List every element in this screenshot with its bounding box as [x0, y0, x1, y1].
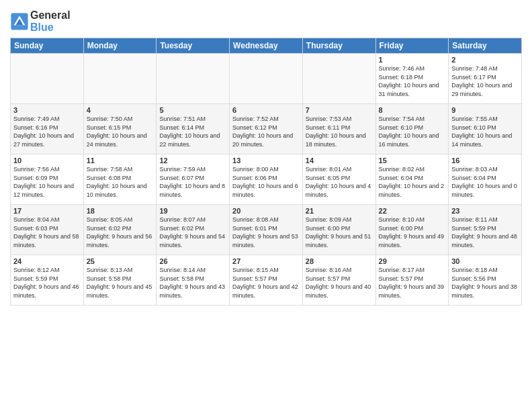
- day-number: 4: [87, 106, 154, 114]
- calendar-cell: [302, 54, 375, 104]
- day-info: Sunrise: 7:48 AM Sunset: 6:17 PM Dayligh…: [451, 64, 519, 98]
- day-info: Sunrise: 8:07 AM Sunset: 6:02 PM Dayligh…: [159, 216, 226, 249]
- day-info: Sunrise: 7:52 AM Sunset: 6:12 PM Dayligh…: [232, 115, 300, 148]
- calendar-cell: 18Sunrise: 8:05 AM Sunset: 6:02 PM Dayli…: [83, 205, 157, 255]
- calendar-week-2: 3Sunrise: 7:49 AM Sunset: 6:16 PM Daylig…: [11, 104, 522, 154]
- calendar-week-4: 17Sunrise: 8:04 AM Sunset: 6:03 PM Dayli…: [11, 205, 522, 255]
- logo-icon: [10, 12, 29, 31]
- day-number: 14: [306, 156, 373, 165]
- day-number: 15: [379, 156, 446, 165]
- day-number: 19: [159, 207, 226, 215]
- day-info: Sunrise: 8:16 AM Sunset: 5:57 PM Dayligh…: [306, 266, 373, 300]
- calendar-cell: [157, 54, 230, 104]
- day-number: 13: [232, 156, 300, 165]
- day-info: Sunrise: 7:51 AM Sunset: 6:14 PM Dayligh…: [159, 115, 226, 148]
- calendar-cell: 2Sunrise: 7:48 AM Sunset: 6:17 PM Daylig…: [449, 54, 522, 104]
- header: General Blue: [10, 7, 522, 34]
- day-number: 5: [159, 106, 226, 114]
- calendar-cell: [83, 54, 157, 104]
- day-number: 7: [306, 106, 373, 114]
- day-number: 9: [451, 106, 519, 114]
- calendar-cell: 13Sunrise: 8:00 AM Sunset: 6:06 PM Dayli…: [230, 154, 303, 205]
- calendar-cell: 6Sunrise: 7:52 AM Sunset: 6:12 PM Daylig…: [230, 104, 303, 154]
- day-info: Sunrise: 8:18 AM Sunset: 5:56 PM Dayligh…: [451, 266, 519, 300]
- calendar-cell: 20Sunrise: 8:08 AM Sunset: 6:01 PM Dayli…: [230, 205, 303, 255]
- day-info: Sunrise: 7:55 AM Sunset: 6:10 PM Dayligh…: [451, 115, 519, 148]
- day-info: Sunrise: 8:00 AM Sunset: 6:06 PM Dayligh…: [232, 165, 300, 199]
- calendar-header-saturday: Saturday: [449, 38, 522, 54]
- logo-text: General Blue: [30, 9, 71, 34]
- calendar-cell: [11, 54, 84, 104]
- day-info: Sunrise: 7:56 AM Sunset: 6:09 PM Dayligh…: [13, 165, 81, 199]
- day-number: 24: [13, 257, 81, 265]
- page: General Blue SundayMondayTuesdayWednesda…: [0, 0, 532, 411]
- calendar-header-thursday: Thursday: [302, 38, 375, 54]
- calendar-cell: 28Sunrise: 8:16 AM Sunset: 5:57 PM Dayli…: [302, 255, 375, 306]
- day-info: Sunrise: 8:17 AM Sunset: 5:57 PM Dayligh…: [379, 266, 446, 300]
- day-info: Sunrise: 8:11 AM Sunset: 5:59 PM Dayligh…: [451, 216, 519, 249]
- day-info: Sunrise: 8:15 AM Sunset: 5:57 PM Dayligh…: [232, 266, 300, 300]
- calendar-header-wednesday: Wednesday: [230, 38, 303, 54]
- calendar-week-1: 1Sunrise: 7:46 AM Sunset: 6:18 PM Daylig…: [11, 54, 522, 104]
- day-number: 3: [13, 106, 81, 114]
- calendar-cell: 22Sunrise: 8:10 AM Sunset: 6:00 PM Dayli…: [375, 205, 449, 255]
- calendar-header-tuesday: Tuesday: [157, 38, 230, 54]
- calendar-cell: 16Sunrise: 8:03 AM Sunset: 6:04 PM Dayli…: [449, 154, 522, 205]
- calendar-cell: 4Sunrise: 7:50 AM Sunset: 6:15 PM Daylig…: [83, 104, 157, 154]
- calendar-header-friday: Friday: [375, 38, 449, 54]
- day-number: 21: [306, 207, 373, 215]
- calendar-cell: 3Sunrise: 7:49 AM Sunset: 6:16 PM Daylig…: [11, 104, 84, 154]
- day-number: 25: [87, 257, 154, 265]
- calendar-header-sunday: Sunday: [11, 38, 84, 54]
- calendar-cell: 26Sunrise: 8:14 AM Sunset: 5:58 PM Dayli…: [157, 255, 230, 306]
- calendar-cell: 27Sunrise: 8:15 AM Sunset: 5:57 PM Dayli…: [230, 255, 303, 306]
- day-number: 12: [159, 156, 226, 165]
- day-info: Sunrise: 8:05 AM Sunset: 6:02 PM Dayligh…: [87, 216, 154, 249]
- day-number: 30: [451, 257, 519, 265]
- day-info: Sunrise: 8:03 AM Sunset: 6:04 PM Dayligh…: [451, 165, 519, 199]
- calendar-cell: 17Sunrise: 8:04 AM Sunset: 6:03 PM Dayli…: [11, 205, 84, 255]
- day-number: 29: [379, 257, 446, 265]
- calendar-cell: 11Sunrise: 7:58 AM Sunset: 6:08 PM Dayli…: [83, 154, 157, 205]
- calendar-cell: 9Sunrise: 7:55 AM Sunset: 6:10 PM Daylig…: [449, 104, 522, 154]
- calendar-body: 1Sunrise: 7:46 AM Sunset: 6:18 PM Daylig…: [11, 54, 522, 306]
- day-number: 28: [306, 257, 373, 265]
- day-number: 2: [451, 56, 519, 64]
- logo: General Blue: [10, 9, 71, 34]
- calendar-cell: 15Sunrise: 8:02 AM Sunset: 6:04 PM Dayli…: [375, 154, 449, 205]
- calendar-cell: 12Sunrise: 7:59 AM Sunset: 6:07 PM Dayli…: [157, 154, 230, 205]
- day-info: Sunrise: 7:46 AM Sunset: 6:18 PM Dayligh…: [379, 64, 446, 98]
- day-info: Sunrise: 8:08 AM Sunset: 6:01 PM Dayligh…: [232, 216, 300, 249]
- day-info: Sunrise: 7:50 AM Sunset: 6:15 PM Dayligh…: [87, 115, 154, 148]
- day-number: 26: [159, 257, 226, 265]
- calendar-cell: 10Sunrise: 7:56 AM Sunset: 6:09 PM Dayli…: [11, 154, 84, 205]
- calendar-cell: 21Sunrise: 8:09 AM Sunset: 6:00 PM Dayli…: [302, 205, 375, 255]
- day-number: 22: [379, 207, 446, 215]
- day-info: Sunrise: 8:14 AM Sunset: 5:58 PM Dayligh…: [159, 266, 226, 300]
- calendar-cell: 29Sunrise: 8:17 AM Sunset: 5:57 PM Dayli…: [375, 255, 449, 306]
- day-info: Sunrise: 7:58 AM Sunset: 6:08 PM Dayligh…: [87, 165, 154, 199]
- calendar-cell: 30Sunrise: 8:18 AM Sunset: 5:56 PM Dayli…: [449, 255, 522, 306]
- day-number: 10: [13, 156, 81, 165]
- calendar-cell: 5Sunrise: 7:51 AM Sunset: 6:14 PM Daylig…: [157, 104, 230, 154]
- day-number: 16: [451, 156, 519, 165]
- day-number: 20: [232, 207, 300, 215]
- day-number: 18: [87, 207, 154, 215]
- calendar-week-3: 10Sunrise: 7:56 AM Sunset: 6:09 PM Dayli…: [11, 154, 522, 205]
- calendar-cell: 23Sunrise: 8:11 AM Sunset: 5:59 PM Dayli…: [449, 205, 522, 255]
- calendar: SundayMondayTuesdayWednesdayThursdayFrid…: [10, 38, 522, 306]
- calendar-cell: 24Sunrise: 8:12 AM Sunset: 5:59 PM Dayli…: [11, 255, 84, 306]
- day-info: Sunrise: 8:13 AM Sunset: 5:58 PM Dayligh…: [87, 266, 154, 300]
- calendar-cell: 25Sunrise: 8:13 AM Sunset: 5:58 PM Dayli…: [83, 255, 157, 306]
- calendar-week-5: 24Sunrise: 8:12 AM Sunset: 5:59 PM Dayli…: [11, 255, 522, 306]
- day-number: 1: [379, 56, 446, 64]
- calendar-header-monday: Monday: [83, 38, 157, 54]
- calendar-cell: 7Sunrise: 7:53 AM Sunset: 6:11 PM Daylig…: [302, 104, 375, 154]
- day-info: Sunrise: 7:49 AM Sunset: 6:16 PM Dayligh…: [13, 115, 81, 148]
- day-info: Sunrise: 8:09 AM Sunset: 6:00 PM Dayligh…: [306, 216, 373, 249]
- day-number: 6: [232, 106, 300, 114]
- day-number: 11: [87, 156, 154, 165]
- day-info: Sunrise: 7:59 AM Sunset: 6:07 PM Dayligh…: [159, 165, 226, 199]
- day-info: Sunrise: 8:10 AM Sunset: 6:00 PM Dayligh…: [379, 216, 446, 249]
- calendar-cell: [230, 54, 303, 104]
